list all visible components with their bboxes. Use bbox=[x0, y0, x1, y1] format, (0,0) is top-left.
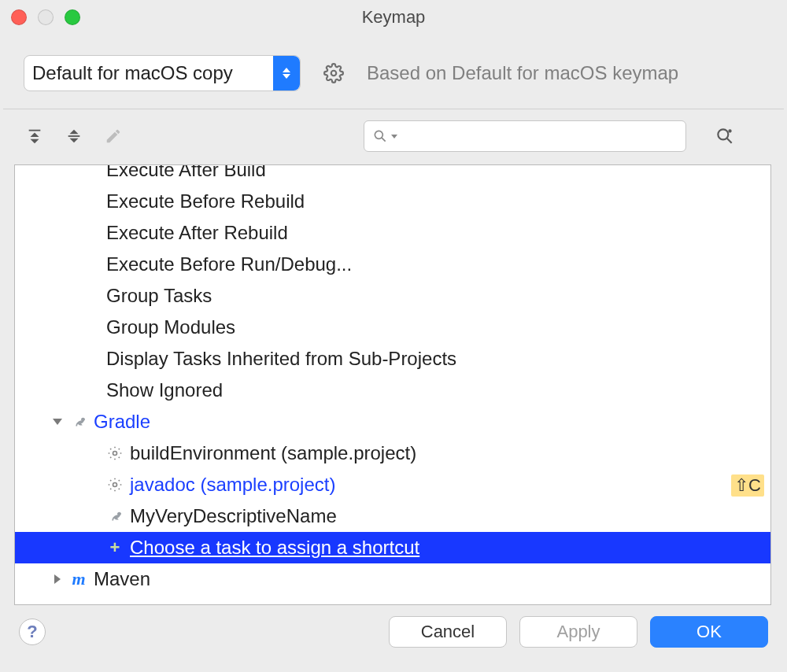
search-history-dropdown-icon bbox=[391, 135, 397, 138]
tree-row-label: Show Ignored bbox=[103, 379, 223, 401]
tree-row-label: javadoc (sample.project) bbox=[127, 474, 335, 496]
tree-row[interactable]: mMaven bbox=[15, 563, 770, 595]
ok-button[interactable]: OK bbox=[650, 616, 768, 648]
svg-marker-3 bbox=[31, 139, 39, 144]
apply-button: Apply bbox=[519, 616, 637, 648]
keymap-header: Default for macOS copy Based on Default … bbox=[0, 35, 787, 109]
cancel-button[interactable]: Cancel bbox=[389, 616, 507, 648]
tree-row-label: MyVeryDescriptiveName bbox=[127, 505, 337, 527]
svg-marker-4 bbox=[70, 130, 79, 135]
tree-row[interactable]: Execute Before Run/Debug... bbox=[15, 249, 770, 280]
gradle-icon bbox=[103, 508, 127, 525]
search-icon bbox=[372, 128, 388, 144]
tree-row-label: Maven bbox=[91, 568, 150, 590]
expand-all-button[interactable] bbox=[24, 125, 46, 147]
window-controls bbox=[11, 9, 80, 25]
minimize-window-button bbox=[38, 9, 54, 25]
gear-icon bbox=[323, 63, 344, 83]
expand-all-icon bbox=[26, 127, 43, 145]
svg-line-8 bbox=[382, 138, 386, 142]
based-on-label: Based on Default for macOS keymap bbox=[367, 62, 678, 84]
tree-row[interactable]: Execute After Build bbox=[15, 164, 770, 186]
zoom-window-button[interactable] bbox=[65, 9, 80, 25]
tree-row-label: Group Tasks bbox=[103, 285, 212, 307]
maven-icon: m bbox=[67, 569, 91, 589]
close-window-button[interactable] bbox=[11, 9, 27, 25]
tree-row[interactable]: javadoc (sample.project)⇧C bbox=[15, 469, 770, 500]
toolbar bbox=[0, 109, 787, 160]
svg-marker-2 bbox=[31, 132, 39, 137]
svg-rect-1 bbox=[29, 130, 41, 131]
plus-icon: + bbox=[103, 537, 127, 558]
check-icon: ✔ bbox=[48, 601, 72, 605]
keymap-select[interactable]: Default for macOS copy bbox=[24, 55, 301, 91]
tree-row-label: Execute Before Run/Debug... bbox=[103, 253, 352, 275]
gradle-icon bbox=[67, 413, 91, 430]
tree-row[interactable]: Group Modules bbox=[15, 312, 770, 343]
keymap-select-value: Default for macOS copy bbox=[32, 62, 233, 84]
tree-row[interactable]: +Choose a task to assign a shortcut bbox=[15, 532, 770, 563]
svg-line-10 bbox=[727, 138, 732, 143]
tree-row[interactable]: Group Tasks bbox=[15, 280, 770, 312]
find-shortcut-icon bbox=[715, 126, 735, 146]
chevron-right-icon bbox=[54, 574, 61, 584]
tree-row-label: Group Modules bbox=[103, 316, 235, 338]
tree-row-label: Execute Before Rebuild bbox=[103, 190, 305, 212]
tree-row-label: Display Tasks Inherited from Sub-Project… bbox=[103, 348, 456, 370]
svg-point-7 bbox=[375, 131, 382, 138]
gear-icon bbox=[103, 445, 127, 461]
tree-row[interactable]: Gradle bbox=[15, 406, 770, 438]
tree-row[interactable]: Execute Before Rebuild bbox=[15, 186, 770, 217]
svg-point-0 bbox=[331, 71, 337, 76]
tree-row-label: buildEnvironment (sample.project) bbox=[127, 442, 416, 464]
svg-point-12 bbox=[113, 452, 117, 456]
shortcut-badge: ⇧C bbox=[731, 474, 764, 497]
collapse-all-icon bbox=[65, 127, 83, 145]
help-button[interactable]: ? bbox=[19, 618, 46, 645]
svg-marker-6 bbox=[70, 138, 79, 143]
tree-row[interactable]: Execute After Rebuild bbox=[15, 217, 770, 249]
keymap-select-dropdown-icon bbox=[273, 56, 300, 90]
tree-row-label: Execute After Rebuild bbox=[103, 222, 288, 244]
tree-row[interactable]: Display Tasks Inherited from Sub-Project… bbox=[15, 343, 770, 375]
collapse-all-button[interactable] bbox=[63, 125, 85, 147]
chevron-down-icon bbox=[53, 419, 62, 425]
actions-tree[interactable]: Execute After BuildExecute Before Rebuil… bbox=[14, 164, 771, 605]
svg-point-11 bbox=[728, 129, 731, 132]
svg-point-13 bbox=[113, 483, 117, 487]
keymap-settings-button[interactable] bbox=[321, 61, 346, 86]
window-title: Keymap bbox=[362, 7, 426, 28]
find-by-shortcut-button[interactable] bbox=[713, 124, 737, 148]
dialog-footer: ? Cancel Apply OK bbox=[0, 605, 787, 648]
tree-row[interactable]: buildEnvironment (sample.project) bbox=[15, 438, 770, 469]
titlebar: Keymap bbox=[0, 0, 787, 35]
tree-row[interactable]: MyVeryDescriptiveName bbox=[15, 500, 770, 532]
tree-row[interactable]: Show Ignored bbox=[15, 375, 770, 406]
svg-point-9 bbox=[718, 129, 728, 139]
pencil-icon bbox=[105, 127, 122, 145]
tree-row-label: Choose a task to assign a shortcut bbox=[127, 537, 419, 559]
tree-row-label: Gradle bbox=[91, 411, 150, 433]
tree-row[interactable]: ✔ bbox=[15, 595, 770, 605]
gear-icon bbox=[103, 477, 127, 493]
tree-row-label: Execute After Build bbox=[103, 164, 266, 181]
edit-shortcut-button[interactable] bbox=[102, 125, 124, 147]
svg-rect-5 bbox=[68, 135, 80, 137]
search-input[interactable] bbox=[364, 120, 686, 152]
